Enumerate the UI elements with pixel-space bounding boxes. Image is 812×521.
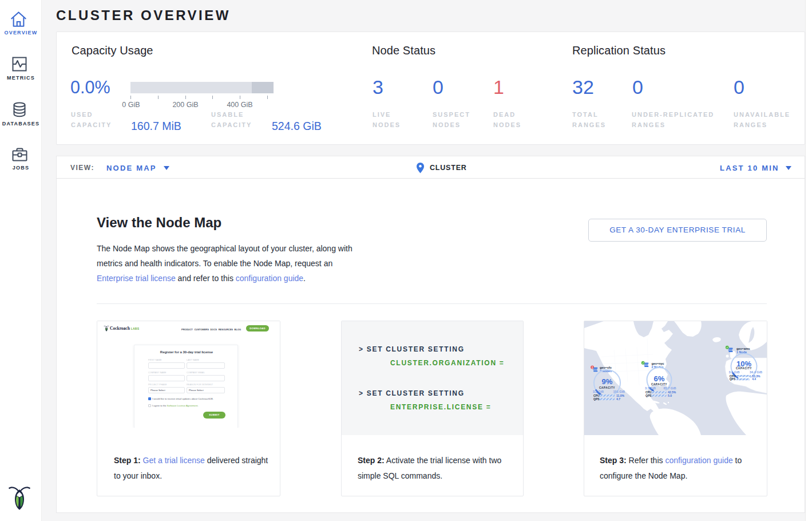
svg-text:QPS: QPS bbox=[730, 377, 736, 381]
svg-text:QPS: QPS bbox=[645, 394, 652, 397]
svg-text:9%: 9% bbox=[602, 377, 613, 386]
svg-text:CAPACITY: CAPACITY bbox=[736, 367, 752, 370]
svg-text:QPS: QPS bbox=[593, 397, 600, 401]
svg-text:5.0: 5.0 bbox=[668, 394, 672, 397]
svg-text:151 GiB: 151 GiB bbox=[613, 390, 625, 393]
svg-text:3.6 GiB: 3.6 GiB bbox=[729, 370, 740, 374]
svg-text:11.0%: 11.0% bbox=[616, 394, 624, 397]
svg-text:CAPACITY: CAPACITY bbox=[599, 386, 615, 389]
svg-text:geo=sfo: geo=sfo bbox=[600, 366, 612, 369]
svg-text:4.7: 4.7 bbox=[616, 397, 620, 401]
svg-text:34.4 GiB: 34.4 GiB bbox=[750, 370, 762, 374]
svg-text:CPU: CPU bbox=[593, 394, 600, 397]
svg-text:geo=ams: geo=ams bbox=[736, 347, 750, 350]
svg-text:4.4: 4.4 bbox=[752, 377, 756, 381]
svg-text:65.7 GiB: 65.7 GiB bbox=[663, 386, 676, 390]
svg-text:CAPACITY: CAPACITY bbox=[651, 383, 667, 386]
svg-text:3.7 GiB: 3.7 GiB bbox=[645, 386, 656, 390]
svg-text:3.2 GiB: 3.2 GiB bbox=[593, 390, 604, 393]
svg-text:6%: 6% bbox=[654, 374, 665, 383]
svg-text:geo=nyc: geo=nyc bbox=[652, 362, 664, 365]
